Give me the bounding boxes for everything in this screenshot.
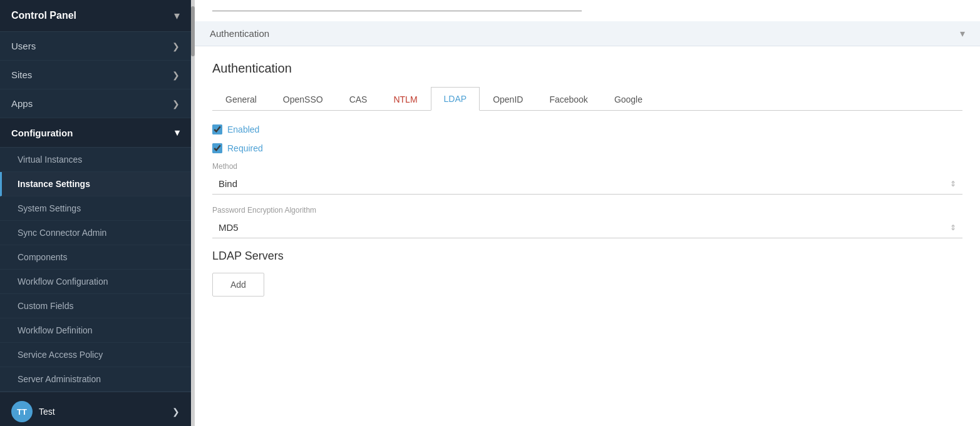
auth-tabs: General OpenSSO CAS NTLM LDAP OpenID Fac… xyxy=(212,87,962,111)
collapse-section-icon[interactable]: ▾ xyxy=(960,28,965,39)
required-checkbox[interactable] xyxy=(212,143,222,153)
tab-opensso[interactable]: OpenSSO xyxy=(270,87,336,111)
chevron-right-icon: ❯ xyxy=(172,41,180,51)
tab-ldap[interactable]: LDAP xyxy=(431,87,480,111)
user-profile[interactable]: TT Test ❯ xyxy=(0,392,191,426)
tab-openid[interactable]: OpenID xyxy=(480,87,536,111)
sidebar-configuration-section[interactable]: Configuration ▾ xyxy=(0,118,191,148)
control-panel-title: Control Panel xyxy=(11,10,76,21)
breadcrumb-title: Authentication xyxy=(210,28,269,39)
tab-cas[interactable]: CAS xyxy=(336,87,381,111)
sidebar-item-apps-label: Apps xyxy=(11,98,33,109)
authentication-title: Authentication xyxy=(212,61,962,76)
sidebar-header[interactable]: Control Panel ▾ xyxy=(0,0,191,32)
required-row: Required xyxy=(212,143,962,153)
collapse-icon[interactable]: ▾ xyxy=(174,9,180,23)
tab-general[interactable]: General xyxy=(212,87,270,111)
password-encryption-select[interactable]: MD5 SHA SSHA None xyxy=(212,217,962,238)
sidebar-item-components[interactable]: Components xyxy=(0,245,191,270)
scrollbar-track[interactable] xyxy=(191,0,195,426)
method-label: Method xyxy=(212,162,962,171)
sidebar-item-instance-settings[interactable]: Instance Settings xyxy=(0,172,191,196)
sidebar: Control Panel ▾ Users ❯ Sites ❯ Apps ❯ C… xyxy=(0,0,191,426)
sidebar-item-apps[interactable]: Apps ❯ xyxy=(0,89,191,118)
sidebar-item-sites-label: Sites xyxy=(11,69,32,80)
sidebar-item-sites[interactable]: Sites ❯ xyxy=(0,61,191,89)
user-info: TT Test xyxy=(11,401,55,422)
top-input-section xyxy=(195,0,980,11)
password-encryption-label: Password Encryption Algorithm xyxy=(212,206,962,215)
chevron-right-icon: ❯ xyxy=(172,99,180,109)
sidebar-item-server-administration[interactable]: Server Administration xyxy=(0,367,191,392)
ldap-servers-title: LDAP Servers xyxy=(212,250,962,263)
required-label[interactable]: Required xyxy=(227,143,263,153)
method-field-row: Method Bind Password Compare xyxy=(212,162,962,195)
sidebar-item-virtual-instances[interactable]: Virtual Instances xyxy=(0,148,191,172)
sidebar-item-sync-connector-admin[interactable]: Sync Connector Admin xyxy=(0,221,191,245)
tab-facebook[interactable]: Facebook xyxy=(536,87,601,111)
sidebar-item-service-access-policy[interactable]: Service Access Policy xyxy=(0,343,191,367)
enabled-checkbox[interactable] xyxy=(212,124,222,134)
sidebar-item-users-label: Users xyxy=(11,41,36,51)
sidebar-item-workflow-configuration[interactable]: Workflow Configuration xyxy=(0,270,191,294)
scrollbar-thumb[interactable] xyxy=(191,6,195,56)
password-encryption-field-row: Password Encryption Algorithm MD5 SHA SS… xyxy=(212,206,962,238)
method-select[interactable]: Bind Password Compare xyxy=(212,173,962,195)
input-bottom-border xyxy=(212,6,582,11)
user-chevron-icon: ❯ xyxy=(172,407,180,417)
sidebar-item-custom-fields[interactable]: Custom Fields xyxy=(0,294,191,318)
method-select-wrapper: Bind Password Compare xyxy=(212,173,962,195)
avatar: TT xyxy=(11,401,33,422)
enabled-row: Enabled xyxy=(212,124,962,134)
enabled-label[interactable]: Enabled xyxy=(227,124,259,134)
tab-google[interactable]: Google xyxy=(601,87,656,111)
sidebar-item-users[interactable]: Users ❯ xyxy=(0,32,191,61)
password-encryption-select-wrapper: MD5 SHA SSHA None xyxy=(212,217,962,238)
user-name: Test xyxy=(39,407,55,417)
configuration-label: Configuration xyxy=(11,128,73,138)
main-content: Authentication ▾ Authentication General … xyxy=(195,0,980,426)
add-button[interactable]: Add xyxy=(212,273,264,297)
sidebar-item-workflow-definition[interactable]: Workflow Definition xyxy=(0,318,191,343)
content-area: Authentication General OpenSSO CAS NTLM … xyxy=(195,46,980,312)
sidebar-item-system-settings[interactable]: System Settings xyxy=(0,196,191,221)
tab-ntlm[interactable]: NTLM xyxy=(380,87,430,111)
chevron-right-icon: ❯ xyxy=(172,70,180,80)
breadcrumb-bar: Authentication ▾ xyxy=(195,21,980,46)
chevron-down-icon: ▾ xyxy=(175,127,180,138)
